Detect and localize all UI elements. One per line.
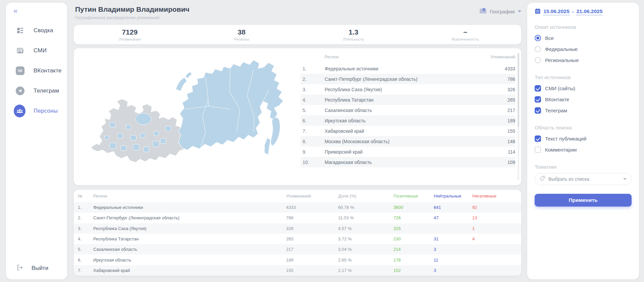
stat-label: Регионы [186,37,298,41]
map-pin-icon [479,7,487,15]
row-positive: 325 [393,226,434,231]
table-row[interactable]: 7. Хабаровский край 155 2.17 % 152 3 [74,265,521,276]
radio-federal-sources[interactable]: Федеральные [535,44,632,55]
sidebar-item-persons[interactable]: Персоны [6,103,67,119]
stat-value: 7129 [74,28,186,36]
regions-table: № Регион Упоминаний Доля (%) Позитивные … [74,190,521,276]
legend-row[interactable]: 8. Москва (Московская область) 148 [301,136,515,147]
legend-row-number: 10. [303,160,315,165]
main-content: Путин Владимир Владимирович Географическ… [72,0,523,282]
checkbox-publication-text[interactable]: Текст публикаций [535,133,632,144]
row-share: 3.72 % [338,236,393,241]
row-positive: 3600 [393,205,434,210]
table-row[interactable]: 3. Республика Саха (Якутия) 326 4.57 % 3… [74,223,521,234]
table-row[interactable]: 5. Сахалинская область 217 3.04 % 214 3 [74,244,521,255]
row-negative: 4 [472,236,521,241]
checkbox-label: Комментарии [545,147,577,153]
legend-row[interactable]: 4. Республика Татарстан 265 [301,95,515,105]
checkbox-vk[interactable]: ВКонтакте [535,94,632,105]
row-share: 2.17 % [338,268,393,273]
checkbox-comments[interactable]: Комментарии [535,144,632,155]
row-mentions: 155 [286,268,338,273]
logout-button[interactable]: Выйти [6,264,67,273]
checkbox-label: Текст публикаций [545,136,586,142]
row-region: Республика Саха (Якутия) [93,226,286,231]
table-row[interactable]: 4. Республика Татарстан 265 3.72 % 230 3… [74,234,521,244]
row-number: 4. [78,236,93,241]
legend-row-number: 3. [303,87,315,92]
row-share: 60.78 % [338,205,393,210]
russia-map[interactable] [74,48,297,185]
row-region: Санкт-Петербург (Ленинградская область) [93,215,286,220]
row-share: 11.03 % [338,215,393,220]
checkbox-label: ВКонтакте [545,97,569,102]
table-row[interactable]: 2. Санкт-Петербург (Ленинградская област… [74,213,521,223]
view-mode-dropdown[interactable]: География [479,7,521,15]
legend-region-name: Москва (Московская область) [325,139,488,144]
radio-all-sources[interactable]: Все [535,33,632,44]
row-negative: 1 [472,226,521,231]
date-to[interactable]: 21.06.2025 [577,8,603,15]
checkbox-telegram[interactable]: Телеграм [535,105,632,116]
checkbox-label: Телеграм [545,108,567,113]
sidebar-item-telegram[interactable]: Телеграм [6,82,67,99]
topics-select[interactable]: Выбрать из списка [535,173,632,185]
legend-row-number: 9. [303,149,315,155]
legend-row[interactable]: 3. Республика Саха (Якутия) 326 [301,84,515,95]
row-negative: 92 [472,205,521,210]
dashboard-icon [15,25,25,36]
row-positive: 152 [393,268,434,273]
legend-scrollbar[interactable] [518,53,519,180]
date-from[interactable]: 15.06.2025 [543,8,570,15]
radio-icon [535,35,541,41]
checkbox-smi[interactable]: СМИ (сайты) [535,83,632,94]
sidebar-item-label: Персоны [34,108,58,114]
table-row[interactable]: 6. Иркутская область 189 2.65 % 178 11 [74,255,521,265]
sidebar-item-smi[interactable]: СМИ [6,42,67,59]
row-positive: 230 [393,236,434,241]
legend-row-number: 2. [303,76,315,82]
legend-row[interactable]: 2. Санкт-Петербург (Ленинградская област… [301,74,515,84]
row-negative: 13 [472,215,521,220]
legend-region-name: Санкт-Петербург (Ленинградская область) [325,76,488,82]
row-region: Федеральные источники [93,205,286,210]
checkbox-icon [535,107,541,114]
row-neutral: 3 [434,247,472,252]
row-neutral: 11 [434,258,472,263]
apply-button[interactable]: Применить [535,194,632,207]
legend-col-region: Регион [325,54,488,59]
sidebar-item-svodka[interactable]: Сводка [6,22,67,39]
legend-row[interactable]: 6. Иркутская область 189 [301,115,515,126]
legend-row[interactable]: 7. Хабаровский край 155 [301,126,515,136]
legend-region-name: Республика Татарстан [325,97,488,103]
main-header: Путин Владимир Владимирович Географическ… [72,0,523,20]
row-positive: 726 [393,215,434,220]
legend-row[interactable]: 5. Сахалинская область 217 [301,105,515,115]
map-legend: Регион Упоминаний 1. Федеральные источни… [297,48,521,185]
row-mentions: 786 [286,215,338,220]
logout-label: Выйти [32,265,48,272]
row-neutral: 641 [434,205,472,210]
legend-row[interactable]: 1. Федеральные источники 4333 [301,63,515,74]
sidebar-item-vkontakte[interactable]: VK ВКонтакте [6,62,67,79]
radio-regional-sources[interactable]: Региональные [535,55,632,66]
date-dash: - [572,9,574,15]
russia-map-svg [76,50,295,183]
row-positive: 214 [393,247,434,252]
legend-mentions-value: 326 [488,87,515,92]
page-subtitle: Географическое распределение упоминаний [75,15,190,20]
table-row[interactable]: 1. Федеральные источники 4333 60.78 % 36… [74,202,521,213]
date-range-picker[interactable]: 15.06.2025 - 21.06.2025 [535,8,632,15]
legend-mentions-value: 148 [488,139,515,144]
collapse-sidebar-button[interactable]: « [13,7,17,15]
row-region: Иркутская область [93,258,286,263]
legend-row[interactable]: 10. Магаданская область 109 [301,157,515,167]
row-neutral: 47 [434,215,472,220]
radio-label: Все [545,35,554,41]
col-neutral: Нейтральные [434,193,472,199]
checkbox-icon [535,85,541,92]
row-mentions: 4333 [286,205,338,210]
stat-value: 1.3 [298,28,410,36]
col-region: Регион [93,193,286,199]
legend-row[interactable]: 9. Приморский край 114 [301,147,515,157]
